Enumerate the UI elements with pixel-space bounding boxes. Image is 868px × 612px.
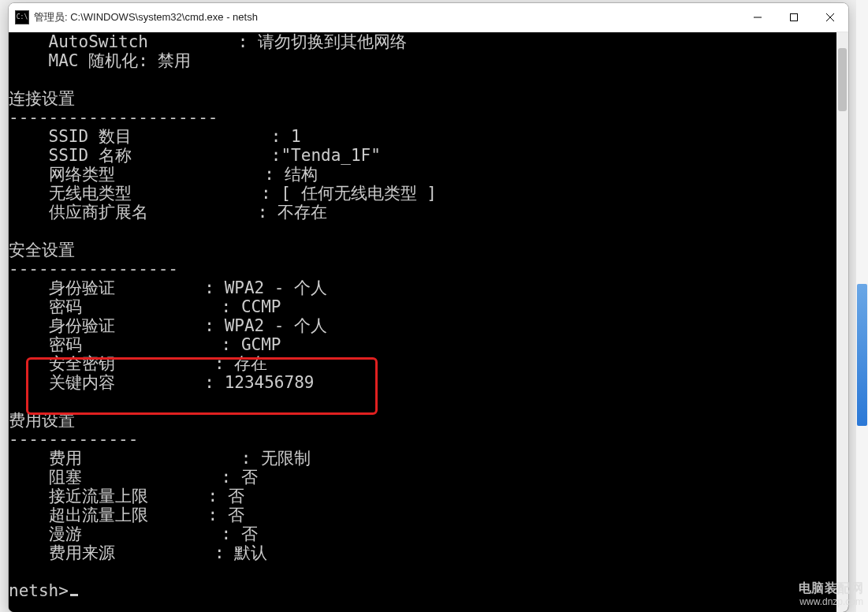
terminal-output[interactable]: AutoSwitch : 请勿切换到其他网络 MAC 随机化: 禁用 连接设置 … — [9, 32, 836, 612]
terminal-scrollbar-thumb[interactable] — [838, 48, 847, 111]
window-title-text: 管理员: C:\WINDOWS\system32\cmd.exe - netsh — [34, 10, 258, 24]
watermark: 电脑装配网 www.dnzp.com — [799, 580, 864, 607]
terminal-scrollbar-track[interactable] — [836, 32, 848, 612]
page-right-strip — [856, 0, 868, 612]
maximize-button[interactable] — [776, 3, 812, 32]
cmd-icon: C:\ — [15, 10, 29, 24]
minimize-button[interactable] — [739, 3, 776, 32]
page-thumbnail — [857, 284, 867, 426]
svg-rect-1 — [791, 14, 798, 21]
title-left: C:\ 管理员: C:\WINDOWS\system32\cmd.exe - n… — [15, 10, 258, 24]
prompt[interactable]: netsh> — [9, 581, 69, 600]
close-button[interactable] — [812, 3, 848, 32]
titlebar[interactable]: C:\ 管理员: C:\WINDOWS\system32\cmd.exe - n… — [9, 3, 848, 32]
cmd-window: C:\ 管理员: C:\WINDOWS\system32\cmd.exe - n… — [8, 2, 849, 612]
section-sec-title: 安全设置 — [9, 241, 75, 259]
cursor — [70, 594, 78, 596]
section-conn-title: 连接设置 — [9, 89, 75, 108]
section-cost-title: 费用设置 — [9, 411, 75, 430]
